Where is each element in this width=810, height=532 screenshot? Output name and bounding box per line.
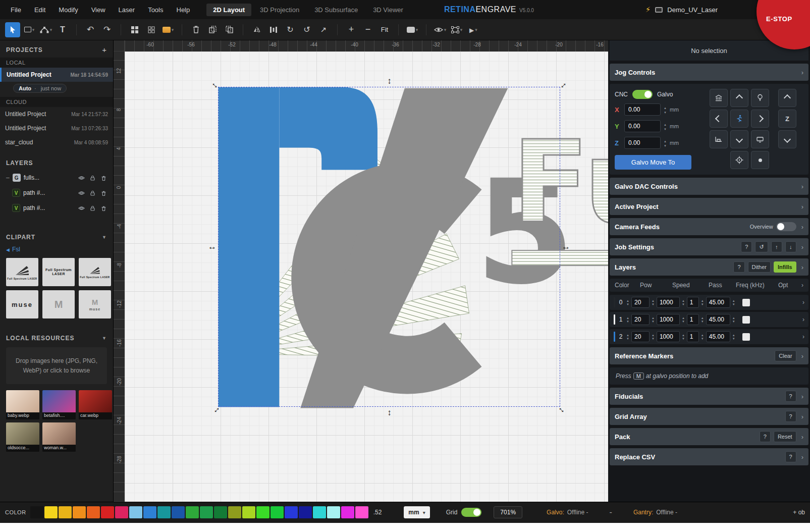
pass-input[interactable]: 1 [687, 297, 699, 308]
axis-value-input[interactable]: 0.00 [624, 120, 661, 132]
color-swatch[interactable] [129, 506, 142, 518]
frequency-spinner[interactable] [732, 299, 735, 306]
layer-settings-row[interactable]: 2 20 1000 1 45.00 [610, 329, 808, 344]
mirror-button[interactable] [249, 22, 264, 37]
resize-handle-s[interactable] [385, 408, 394, 417]
axis-spinner[interactable] [664, 138, 667, 147]
lock-icon[interactable] [89, 190, 96, 196]
section-jog-controls[interactable]: Jog Controls [610, 64, 808, 81]
preview-button[interactable] [433, 22, 448, 37]
lock-icon[interactable] [89, 175, 96, 181]
snap-grid-button[interactable] [144, 22, 159, 37]
speed-input[interactable]: 1000 [657, 314, 680, 325]
resource-thumbnail[interactable]: woman.w... [42, 422, 76, 452]
menu-item[interactable]: File [4, 6, 28, 14]
frequency-input[interactable]: 45.00 [706, 297, 730, 308]
select-tool-button[interactable] [5, 22, 20, 37]
collapse-triangle-icon[interactable]: ▼ [102, 336, 107, 341]
power-spinner[interactable] [652, 333, 655, 340]
menu-item[interactable]: Tools [141, 6, 170, 14]
color-swatch[interactable] [256, 506, 269, 518]
delete-button[interactable] [188, 22, 203, 37]
section-expand-icon[interactable] [801, 243, 803, 251]
device-name[interactable]: Demo_UV_Laser [667, 6, 718, 14]
pack-help-button[interactable]: ? [760, 431, 771, 442]
tab-3d-subsurface[interactable]: 3D Subsurface [308, 4, 364, 16]
clipart-header[interactable]: CLIPART ▼ [0, 229, 113, 244]
color-swatch[interactable] [299, 506, 312, 518]
clipart-thumb[interactable]: Full Spectrum LASER [42, 258, 75, 286]
axis-value-input[interactable]: 0.00 [624, 103, 661, 116]
section-job-settings[interactable]: Job Settings ? ↺ ↑ ↓ [610, 238, 808, 255]
camera-bed-button[interactable] [751, 130, 769, 148]
section-reference-markers[interactable]: Reference Markers Clear [610, 347, 808, 364]
layer-item-path[interactable]: V path #... [0, 185, 113, 200]
layer-color-spinner[interactable] [626, 299, 629, 306]
menu-item[interactable]: Edit [28, 6, 52, 14]
layer-settings-row[interactable]: 0 20 1000 1 45.00 [610, 295, 808, 310]
clipart-thumb[interactable]: M muse [79, 290, 111, 318]
project-item-selected[interactable]: Untitled Project Mar 18 14:54:59 [0, 68, 113, 82]
resource-thumbnail[interactable]: baby.webp [6, 390, 39, 419]
cloud-project-item[interactable]: Untitled Project Mar 13 07:26:33 [0, 121, 113, 135]
color-swatch[interactable] [271, 506, 284, 518]
zoom-level-input[interactable]: 701% [494, 506, 522, 518]
galvo-home-button[interactable] [710, 89, 728, 107]
speed-input[interactable]: 1000 [657, 331, 680, 342]
frequency-input[interactable]: 45.00 [706, 314, 730, 325]
color-swatch[interactable] [242, 506, 255, 518]
visibility-eye-icon[interactable] [78, 175, 85, 181]
section-expand-icon[interactable] [801, 69, 803, 76]
local-resources-header[interactable]: LOCAL RESOURCES ▼ [0, 330, 113, 345]
zoom-out-button[interactable] [360, 22, 375, 37]
pass-spinner[interactable] [701, 333, 704, 340]
resource-thumbnail[interactable]: oldsocce... [6, 422, 39, 452]
tab-3d-viewer[interactable]: 3D Viewer [366, 4, 410, 16]
axis-spinner[interactable] [664, 105, 667, 114]
design-canvas[interactable]: 5 Fu [125, 51, 608, 502]
pass-spinner[interactable] [701, 316, 704, 323]
color-swatch[interactable] [172, 506, 185, 518]
menu-item[interactable]: Help [170, 6, 197, 14]
section-replace-csv[interactable]: Replace CSV ? [610, 448, 808, 465]
jog-y-minus-button[interactable] [730, 130, 748, 148]
rotate-ccw-button[interactable] [299, 22, 314, 37]
duplicate-button[interactable] [205, 22, 220, 37]
section-layers[interactable]: Layers ? Dither Infills [610, 258, 808, 276]
add-objects-fragment[interactable]: + ob [793, 509, 805, 516]
layer-color-spinner[interactable] [626, 316, 629, 323]
job-refresh-button[interactable]: ↺ [755, 241, 768, 252]
opt-checkbox[interactable] [742, 316, 750, 324]
pass-spinner[interactable] [701, 299, 704, 306]
clipart-thumb[interactable]: M [42, 290, 75, 318]
point-marker-button[interactable] [751, 151, 769, 169]
dither-button[interactable]: Dither [748, 261, 771, 273]
section-expand-icon[interactable] [801, 393, 803, 400]
color-swatch[interactable] [355, 506, 368, 518]
section-expand-icon[interactable] [801, 413, 803, 420]
laser-pointer-button[interactable] [751, 89, 769, 107]
speed-input[interactable]: 1000 [657, 297, 680, 308]
section-fiducials[interactable]: Fiducials ? [610, 388, 808, 405]
collapse-icon[interactable]: – [6, 174, 10, 181]
power-spinner[interactable] [652, 299, 655, 306]
layer-settings-row[interactable]: 1 20 1000 1 45.00 [610, 312, 808, 327]
visibility-eye-icon[interactable] [78, 190, 85, 196]
resource-thumbnail[interactable]: betafish.... [42, 390, 76, 419]
overview-toggle[interactable] [776, 222, 796, 231]
jog-y-plus-button[interactable] [730, 89, 748, 107]
z-down-button[interactable] [778, 130, 796, 148]
color-swatch[interactable] [30, 506, 43, 518]
trash-icon[interactable] [100, 175, 107, 181]
tab-3d-projection[interactable]: 3D Projection [253, 4, 306, 16]
color-swatch[interactable] [44, 506, 58, 518]
color-swatch[interactable] [228, 506, 241, 518]
image-dropzone[interactable]: Drop images here (JPG, PNG, WebP) or cli… [6, 347, 107, 384]
jog-x-plus-button[interactable] [751, 110, 769, 128]
color-swatch[interactable] [214, 506, 227, 518]
clipart-thumb[interactable]: Full Spectrum LASER [79, 258, 111, 286]
trash-icon[interactable] [100, 190, 107, 196]
section-expand-icon[interactable] [801, 263, 803, 271]
menu-item[interactable]: Modify [52, 6, 84, 14]
fiducials-help-button[interactable]: ? [785, 391, 796, 402]
